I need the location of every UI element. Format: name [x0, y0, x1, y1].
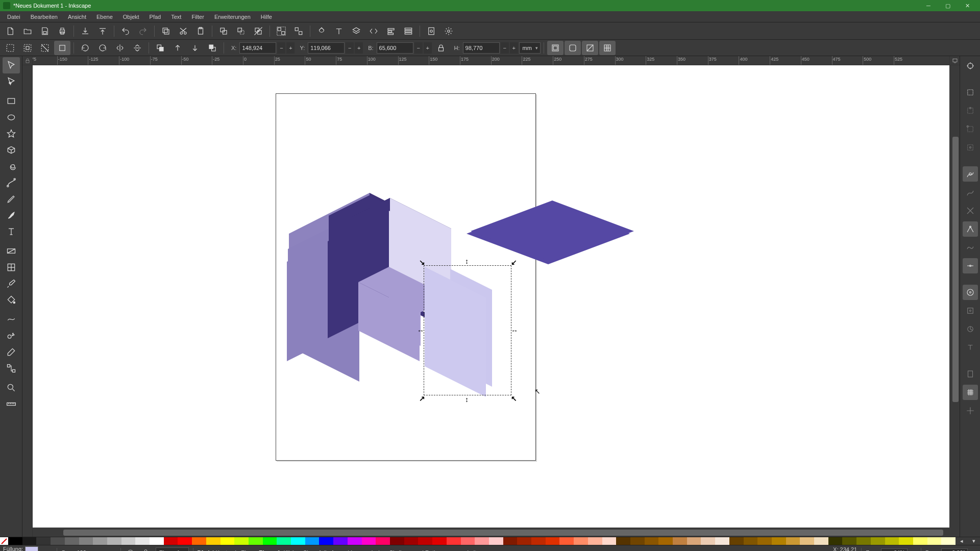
palette-swatch[interactable] [673, 537, 687, 545]
x-decrement[interactable]: − [277, 42, 285, 54]
palette-swatch[interactable] [305, 537, 320, 545]
palette-swatch[interactable] [404, 537, 419, 545]
new-doc-button[interactable] [2, 24, 18, 38]
selection-handle-n[interactable]: ↕ [465, 258, 469, 265]
snap-rotation-toggle[interactable] [963, 321, 978, 337]
duplicate-button[interactable] [215, 24, 232, 38]
snap-other-toggle[interactable] [963, 285, 978, 300]
select-same-button[interactable] [19, 41, 36, 55]
snap-bbox-corner-toggle[interactable] [963, 121, 978, 137]
snap-cusp-toggle[interactable] [963, 221, 978, 237]
opacity-input[interactable] [71, 549, 92, 552]
bezier-tool[interactable] [3, 174, 20, 191]
open-button[interactable] [19, 24, 36, 38]
unlink-clone-button[interactable] [250, 24, 266, 38]
horizontal-scrollbar[interactable] [33, 529, 949, 537]
w-increment[interactable]: + [424, 42, 432, 54]
palette-swatch[interactable] [729, 537, 744, 545]
menu-bearbeiten[interactable]: Bearbeiten [26, 13, 63, 21]
palette-swatch[interactable] [885, 537, 899, 545]
palette-swatch[interactable] [333, 537, 348, 545]
selection-handle-se[interactable]: ↖ [511, 395, 517, 402]
spray-tool[interactable] [3, 328, 20, 344]
palette-swatch[interactable] [531, 537, 546, 545]
menu-ebene[interactable]: Ebene [91, 13, 118, 21]
zoom-in-button[interactable]: + [909, 548, 917, 552]
palette-swatch[interactable] [517, 537, 531, 545]
copy-button[interactable] [158, 24, 174, 38]
layer-selector[interactable]: Ebene 1 [156, 547, 189, 552]
palette-swatch[interactable] [93, 537, 107, 545]
opacity-increment[interactable]: + [108, 548, 116, 552]
palette-swatch[interactable] [418, 537, 432, 545]
affect-gradient-toggle[interactable] [582, 41, 598, 55]
dropper-tool[interactable] [3, 276, 20, 292]
menu-datei[interactable]: Datei [2, 13, 26, 21]
paintbucket-tool[interactable] [3, 292, 20, 308]
palette-swatch[interactable] [871, 537, 885, 545]
menu-erweiterungen[interactable]: Erweiterungen [209, 13, 256, 21]
text-dialog-button[interactable] [331, 24, 347, 38]
palette-swatch[interactable] [856, 537, 871, 545]
rotation-value[interactable]: 0,00° [941, 548, 968, 552]
w-input[interactable] [377, 42, 413, 54]
minimize-button[interactable]: ─ [919, 0, 938, 11]
palette-swatch[interactable] [559, 537, 574, 545]
snap-text-toggle[interactable] [963, 340, 978, 355]
palette-swatch[interactable] [319, 537, 333, 545]
pencil-tool[interactable] [3, 191, 20, 207]
y-input[interactable] [308, 42, 345, 54]
text-tool[interactable] [3, 223, 20, 240]
palette-swatch[interactable] [107, 537, 121, 545]
palette-swatch[interactable] [489, 537, 503, 545]
snap-intersection-toggle[interactable] [963, 203, 978, 218]
group-button[interactable] [273, 24, 289, 38]
palette-menu-button[interactable]: ▾ [968, 537, 980, 545]
palette-swatch[interactable] [658, 537, 673, 545]
selection-handle-sw[interactable]: ↗ [419, 395, 425, 402]
menu-ansicht[interactable]: Ansicht [63, 13, 91, 21]
palette-swatch[interactable] [150, 537, 164, 545]
zoom-tool[interactable] [3, 380, 20, 396]
palette-swatch[interactable] [927, 537, 942, 545]
palette-swatch[interactable] [22, 537, 37, 545]
affect-pattern-toggle[interactable] [599, 41, 616, 55]
menu-text[interactable]: Text [166, 13, 186, 21]
palette-scroll-left[interactable]: ◂ [955, 537, 968, 545]
flip-horizontal-button[interactable] [112, 41, 128, 55]
toggle-selection-mode-button[interactable] [54, 41, 70, 55]
undo-button[interactable] [117, 24, 134, 38]
palette-swatch[interactable] [645, 537, 659, 545]
palette-swatch[interactable] [828, 537, 843, 545]
raise-top-button[interactable] [152, 41, 168, 55]
palette-swatch[interactable] [475, 537, 489, 545]
maximize-button[interactable]: ▢ [938, 0, 958, 11]
palette-swatch[interactable] [616, 537, 630, 545]
palette-swatch[interactable] [899, 537, 913, 545]
ellipse-tool[interactable] [3, 109, 20, 126]
print-button[interactable] [54, 24, 70, 38]
clone-button[interactable] [233, 24, 249, 38]
menu-pfad[interactable]: Pfad [144, 13, 166, 21]
vertical-scrollbar[interactable] [951, 65, 960, 528]
palette-swatch[interactable] [503, 537, 518, 545]
mesh-tool[interactable] [3, 259, 20, 276]
palette-swatch[interactable] [135, 537, 150, 545]
palette-swatch[interactable] [772, 537, 786, 545]
palette-swatch[interactable] [8, 537, 22, 545]
h-decrement[interactable]: − [501, 42, 509, 54]
palette-swatch[interactable] [941, 537, 955, 545]
snap-path-toggle[interactable] [963, 185, 978, 200]
y-decrement[interactable]: − [346, 42, 354, 54]
selection-handle-e[interactable]: ↔ [511, 327, 518, 334]
opacity-decrement[interactable]: − [96, 548, 104, 552]
snap-grid-toggle[interactable] [963, 385, 978, 400]
spiral-tool[interactable] [3, 158, 20, 174]
palette-swatch[interactable] [602, 537, 617, 545]
calligraphy-tool[interactable] [3, 207, 20, 223]
lock-ratio-button[interactable] [433, 41, 449, 55]
palette-swatch[interactable] [814, 537, 828, 545]
palette-swatch[interactable] [461, 537, 475, 545]
h-input[interactable] [463, 42, 500, 54]
snap-center-toggle[interactable] [963, 303, 978, 318]
